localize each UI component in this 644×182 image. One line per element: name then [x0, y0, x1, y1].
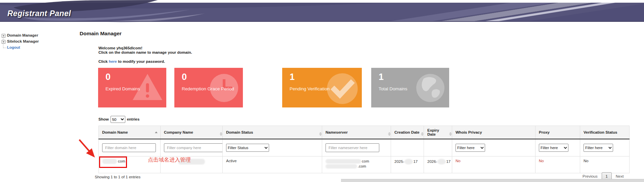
table-info-text: Showing 1 to 1 of 1 entries [95, 175, 140, 179]
domains-table: Domain Name Company Name Domain Status N… [98, 126, 630, 173]
verification-status-cell: No [580, 156, 630, 173]
column-header-expiry-date[interactable]: Expiry Date [424, 126, 452, 139]
stat-card-total-domains: 1 Total Domains [371, 68, 449, 107]
column-header-company-name[interactable]: Company Name [161, 126, 223, 139]
verification-filter-select[interactable]: Filter here [584, 144, 613, 152]
column-label: Nameserver [326, 130, 348, 134]
welcome-line-2: Click on the domain name to manage your … [98, 50, 192, 55]
column-header-creation-date[interactable]: Creation Date [391, 126, 424, 139]
redacted-nameserver-blob [326, 164, 357, 169]
password-hint-post: to modify your password. [117, 59, 165, 63]
password-hint-pre: Click [98, 59, 109, 63]
stat-label: Pending Verification [290, 86, 330, 91]
column-label: Company Name [164, 130, 193, 134]
column-label: Proxy [539, 130, 550, 134]
stat-label: Total Domains [379, 86, 407, 91]
nameserver-cell: com .com [322, 156, 391, 173]
stat-card-expired-domains: 0 Expired Domains [98, 68, 166, 107]
logout-link[interactable]: Logout [7, 45, 20, 49]
stat-card-pending-verification: 1 Pending Verification [282, 68, 362, 107]
nameserver-visible-text: .com [358, 164, 366, 168]
page-title: Domain Manager [80, 31, 122, 37]
stat-label: Expired Domains [105, 86, 140, 91]
stat-card-redemption-grace: 0 Redemption Grace Period [174, 68, 243, 107]
welcome-text: Welcome yhq365dlcom! Click on the domain… [98, 46, 192, 55]
entries-label: entries [127, 117, 140, 121]
column-header-verification-status: Verification Status [580, 126, 630, 139]
column-label: Verification Status [584, 130, 617, 134]
stat-value: 1 [290, 72, 295, 82]
registrant-panel-page: Registrant Panel Domain Manager Sitelock… [0, 0, 644, 182]
page-size-control: Show50entries [98, 116, 139, 123]
column-label: Expiry Date [427, 128, 439, 136]
table-filter-row: Filter Status Filter here Filter here Fi… [99, 139, 630, 156]
stat-value: 1 [379, 72, 384, 82]
globe-icon [414, 71, 447, 105]
redacted-nameserver-blob [326, 159, 361, 164]
sidebar-item-label[interactable]: Sitelock Manager [7, 39, 39, 43]
proxy-filter-select[interactable]: Filter here [539, 144, 568, 152]
modify-password-link[interactable]: here [109, 59, 117, 63]
table-header-row: Domain Name Company Name Domain Status N… [99, 126, 630, 139]
redacted-date-blob [437, 159, 446, 165]
stat-value: 0 [182, 72, 187, 82]
nameserver-visible-text: com [362, 159, 369, 163]
domain-status-cell: Active [223, 156, 322, 173]
column-label: Creation Date [394, 130, 420, 134]
page-size-select[interactable]: 50 [111, 116, 125, 123]
annotation-highlight-box [99, 156, 127, 168]
password-hint: Click here to modify your password. [98, 59, 165, 63]
company-filter-input[interactable] [164, 143, 223, 152]
stat-value: 0 [105, 72, 111, 82]
banner-swoosh-art [0, 0, 644, 24]
expand-plus-icon[interactable] [2, 40, 5, 44]
column-header-whois-privacy: Whois Privacy [452, 126, 535, 139]
expand-plus-icon[interactable] [2, 34, 5, 38]
expiry-date-prefix: 2026- [427, 160, 437, 164]
status-filter-select[interactable]: Filter Status [226, 144, 269, 152]
column-header-domain-status[interactable]: Domain Status [223, 126, 322, 139]
empty-filter-cell [424, 139, 452, 156]
empty-filter-cell [391, 139, 424, 156]
column-label: Domain Name [102, 130, 128, 134]
redacted-date-blob [404, 159, 413, 165]
column-label: Domain Status [226, 130, 253, 134]
sidebar-item-label[interactable]: Domain Manager [7, 33, 38, 37]
domain-filter-input[interactable] [102, 143, 156, 152]
column-label: Whois Privacy [456, 130, 482, 134]
bottom-window-strip [341, 179, 644, 182]
whois-privacy-cell: No [452, 156, 535, 173]
creation-date-cell: 2025-17 [391, 156, 424, 173]
expiry-date-cell: 2026-17 [424, 156, 452, 173]
annotation-text: 点击域名进入管理 [148, 156, 191, 164]
proxy-cell: No [535, 156, 580, 173]
expiry-date-suffix: 17 [446, 160, 450, 164]
column-header-nameserver[interactable]: Nameserver [322, 126, 391, 139]
creation-date-prefix: 2025- [394, 160, 404, 164]
sort-ascending-icon[interactable] [155, 132, 158, 133]
column-header-proxy: Proxy [535, 126, 580, 139]
check-circle-icon [325, 71, 360, 106]
creation-date-suffix: 17 [413, 160, 418, 164]
app-title: Registrant Panel [7, 9, 71, 18]
tree-connector [3, 48, 7, 48]
nameserver-filter-input[interactable] [326, 143, 379, 152]
column-header-domain-name[interactable]: Domain Name [99, 126, 161, 139]
welcome-line-1: Welcome yhq365dlcom! [98, 46, 192, 50]
stat-label: Redemption Grace Period [182, 86, 234, 91]
header-banner: Registrant Panel [0, 0, 644, 24]
whois-filter-select[interactable]: Filter here [456, 144, 485, 152]
show-label: Show [98, 117, 109, 121]
annotation-arrow [75, 135, 101, 162]
